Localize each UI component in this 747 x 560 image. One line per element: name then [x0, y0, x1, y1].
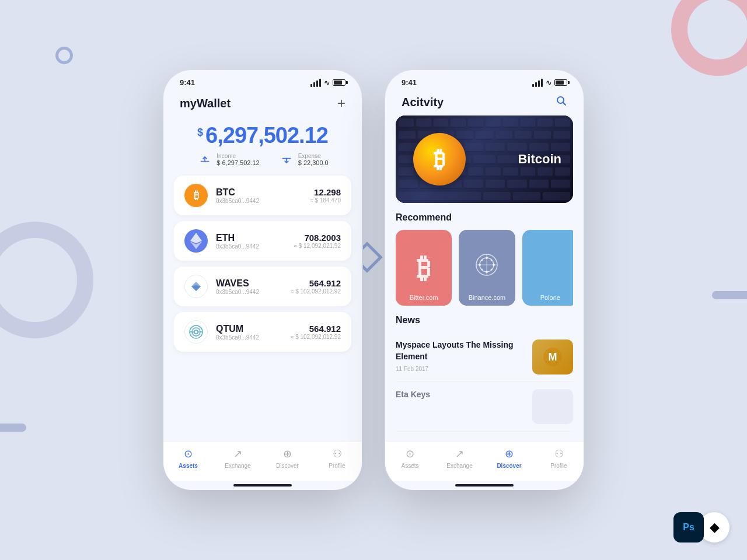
- binance-icon: [472, 250, 502, 286]
- balance-section: $ 6,297,502.12 Income $ 6,297,502.12: [163, 114, 362, 173]
- wallet-title: myWallet: [180, 97, 231, 110]
- waves-values: 564.912 ≈ $ 102,092,012.92: [291, 278, 341, 295]
- add-button[interactable]: +: [337, 95, 345, 111]
- coin-card-qtum[interactable]: QTUM 0x3b5ca0...9442 564.912 ≈ $ 102,092…: [174, 312, 351, 352]
- signal-icon: [310, 79, 321, 87]
- coin-card-btc[interactable]: ₿ BTC 0x3b5ca0...9442 12.298 ≈ $ 184,470: [174, 176, 351, 215]
- eth-info: ETH 0x3b5ca0...9442: [216, 233, 285, 250]
- profile-icon: ⚇: [333, 447, 342, 460]
- featured-image-bitcoin[interactable]: ₿ Bitcoin: [396, 116, 573, 203]
- btc-values: 12.298 ≈ $ 184,470: [310, 187, 341, 204]
- waves-logo: [184, 275, 208, 298]
- income-item: Income $ 6,297,502.12: [197, 153, 259, 166]
- news-title: News: [396, 315, 573, 326]
- svg-point-21: [491, 268, 493, 270]
- news-item-1[interactable]: Myspace Layouts The Missing Element 11 F…: [396, 332, 573, 382]
- nav-exchange-2[interactable]: ↗ Exchange: [442, 447, 477, 469]
- photoshop-badge: Ps: [673, 512, 704, 542]
- discover-icon: ⊕: [283, 447, 292, 460]
- income-text: Income $ 6,297,502.12: [217, 153, 259, 166]
- wallet-header: myWallet +: [163, 90, 362, 114]
- rec-card-bitter[interactable]: ₿ Bitter.com: [396, 230, 452, 306]
- waves-info: WAVES 0x3b5ca0...9442: [216, 278, 282, 295]
- svg-line-10: [563, 103, 566, 106]
- exchange-label-2: Exchange: [446, 463, 472, 469]
- currency-symbol: $: [197, 127, 203, 139]
- qtum-amount: 564.912: [291, 324, 341, 334]
- svg-point-18: [479, 264, 481, 266]
- news-headline-1: Myspace Layouts The Missing Element: [396, 340, 525, 362]
- expense-value: $ 22,300.0: [298, 159, 329, 166]
- nav-assets[interactable]: ⊙ Assets: [171, 447, 206, 469]
- bitter-icon: ₿: [417, 252, 431, 284]
- battery-icon-2: [554, 79, 567, 86]
- bg-decoration-circle-top-right: [671, 0, 747, 76]
- status-time-wallet: 9:41: [180, 78, 195, 87]
- btc-usd: ≈ $ 184,470: [310, 197, 341, 204]
- expense-label: Expense: [298, 153, 329, 159]
- activity-title: Acitvity: [402, 96, 444, 109]
- income-label: Income: [217, 153, 259, 159]
- qtum-usd: ≈ $ 102,092,012.92: [291, 334, 341, 340]
- news-item-2[interactable]: Eta Keys: [396, 382, 573, 432]
- nav-discover[interactable]: ⊕ Discover: [270, 447, 305, 469]
- nav-profile[interactable]: ⚇ Profile: [320, 447, 355, 469]
- search-button[interactable]: [556, 95, 567, 110]
- phone-wallet: 9:41 ∿ myWallet + $: [163, 70, 362, 490]
- svg-point-16: [493, 264, 495, 266]
- exchange-icon-2: ↗: [455, 447, 464, 460]
- signal-icon-2: [532, 79, 543, 87]
- coin-list: ₿ BTC 0x3b5ca0...9442 12.298 ≈ $ 184,470: [163, 173, 362, 441]
- income-icon: [197, 154, 213, 166]
- qtum-values: 564.912 ≈ $ 102,092,012.92: [291, 324, 341, 340]
- rec-card-binance[interactable]: Binance.com: [459, 230, 515, 306]
- bottom-nav-activity: ⊙ Assets ↗ Exchange ⊕ Discover ⚇ Profile: [385, 441, 584, 481]
- news-text-1: Myspace Layouts The Missing Element 11 F…: [396, 340, 525, 372]
- balance-number: 6,297,502.12: [205, 123, 328, 148]
- recommend-title: Recommend: [396, 212, 573, 223]
- discover-label: Discover: [276, 463, 299, 469]
- expense-item: Expense $ 22,300.0: [278, 153, 329, 166]
- status-bar-activity: 9:41 ∿: [385, 70, 584, 90]
- btc-name: BTC: [216, 187, 302, 198]
- nav-discover-2[interactable]: ⊕ Discover: [492, 447, 527, 469]
- bg-decoration-bar-right: [712, 291, 747, 299]
- nav-exchange[interactable]: ↗ Exchange: [221, 447, 256, 469]
- news-thumbnail-2: [532, 389, 573, 424]
- waves-usd: ≈ $ 102,092,012.92: [291, 288, 341, 295]
- battery-icon: [333, 79, 345, 86]
- svg-point-17: [486, 271, 488, 273]
- profile-icon-2: ⚇: [554, 447, 564, 460]
- coin-card-eth[interactable]: ETH 0x3b5ca0...9442 708.2003 ≈ $ 12,092,…: [174, 221, 351, 261]
- keyboard-background: ₿ Bitcoin: [396, 116, 573, 203]
- status-icons-activity: ∿: [532, 79, 567, 87]
- nav-profile-2[interactable]: ⚇ Profile: [542, 447, 577, 469]
- bitcoin-coin-graphic: ₿: [413, 133, 466, 186]
- assets-label: Assets: [179, 463, 198, 469]
- discover-icon-2: ⊕: [505, 447, 514, 460]
- coin-card-waves[interactable]: WAVES 0x3b5ca0...9442 564.912 ≈ $ 102,09…: [174, 267, 351, 306]
- qtum-info: QTUM 0x3b5ca0...9442: [216, 324, 282, 341]
- rec-card-polone[interactable]: Polone: [522, 230, 573, 306]
- waves-name: WAVES: [216, 278, 282, 289]
- bitter-label: Bitter.com: [410, 294, 438, 301]
- eth-address: 0x3b5ca0...9442: [216, 243, 285, 250]
- assets-label-2: Assets: [401, 463, 418, 469]
- assets-icon-2: ⊙: [406, 447, 414, 460]
- featured-bitcoin-label: Bitcoin: [518, 152, 561, 167]
- profile-label-2: Profile: [550, 463, 567, 469]
- income-expense-row: Income $ 6,297,502.12 Expense $: [163, 153, 362, 166]
- status-bar-wallet: 9:41 ∿: [163, 70, 362, 90]
- svg-point-22: [481, 259, 483, 261]
- btc-info: BTC 0x3b5ca0...9442: [216, 187, 302, 204]
- eth-logo: [184, 229, 208, 253]
- bg-decoration-circle-left: [0, 222, 93, 338]
- exchange-label: Exchange: [225, 463, 250, 469]
- polone-label: Polone: [540, 294, 560, 301]
- nav-assets-2[interactable]: ⊙ Assets: [393, 447, 428, 469]
- binance-label: Binance.com: [469, 294, 506, 301]
- btc-amount: 12.298: [310, 187, 341, 197]
- income-value: $ 6,297,502.12: [217, 159, 259, 166]
- expense-icon: [278, 154, 295, 166]
- status-time-activity: 9:41: [402, 78, 417, 87]
